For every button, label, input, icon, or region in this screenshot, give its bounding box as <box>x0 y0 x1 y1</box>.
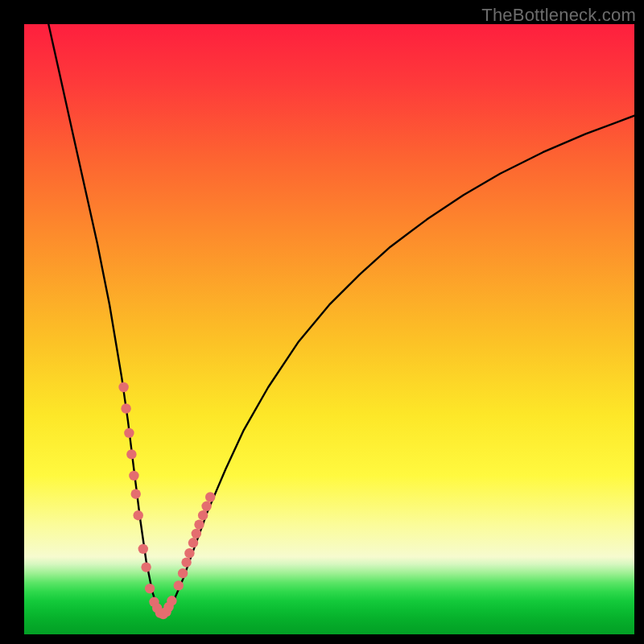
svg-point-7 <box>138 544 148 554</box>
svg-point-10 <box>149 597 159 607</box>
svg-point-21 <box>188 538 198 547</box>
svg-point-26 <box>205 492 215 502</box>
svg-point-2 <box>124 428 134 438</box>
svg-point-20 <box>184 548 194 558</box>
svg-point-16 <box>167 596 176 605</box>
svg-point-25 <box>201 502 211 511</box>
svg-point-19 <box>181 557 191 567</box>
svg-point-12 <box>155 608 165 617</box>
curve-layer <box>24 24 634 634</box>
svg-point-22 <box>192 529 201 539</box>
svg-point-0 <box>118 382 128 392</box>
svg-point-15 <box>163 602 173 612</box>
curve-markers <box>118 382 215 619</box>
svg-point-17 <box>174 580 184 590</box>
svg-point-1 <box>121 403 130 413</box>
svg-point-3 <box>126 449 136 459</box>
svg-point-18 <box>178 568 188 578</box>
watermark-text: TheBottleneck.com <box>481 5 636 26</box>
svg-point-5 <box>131 489 141 499</box>
svg-point-13 <box>159 609 168 619</box>
svg-point-23 <box>194 519 204 529</box>
svg-point-14 <box>161 607 171 617</box>
bottleneck-curve <box>48 24 634 615</box>
svg-point-11 <box>152 603 162 613</box>
svg-point-24 <box>198 510 208 520</box>
chart-frame: TheBottleneck.com <box>0 0 644 644</box>
svg-point-9 <box>145 584 155 593</box>
plot-area <box>24 24 634 634</box>
svg-point-4 <box>129 471 138 481</box>
svg-point-6 <box>134 510 143 520</box>
svg-point-8 <box>141 562 151 572</box>
